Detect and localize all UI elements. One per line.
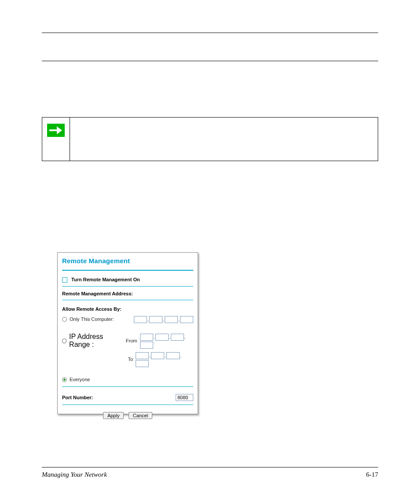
footer-section-title: Managing Your Network: [42, 471, 107, 478]
ip-octet-input[interactable]: [151, 352, 164, 359]
remote-management-panel: Remote Management Turn Remote Management…: [57, 252, 198, 414]
separator: [62, 270, 193, 271]
turn-on-row[interactable]: Turn Remote Management On: [62, 277, 193, 283]
ip-octet-input[interactable]: [171, 334, 184, 341]
port-label: Port Number:: [62, 395, 93, 400]
ip-octet-input[interactable]: [134, 316, 147, 323]
radio-everyone[interactable]: [62, 377, 67, 382]
cancel-button[interactable]: Cancel: [129, 412, 152, 419]
arrow-right-icon: [47, 124, 65, 137]
bottom-rule: [42, 467, 378, 467]
top-rule-1: [42, 33, 378, 33]
separator: [62, 300, 193, 300]
footer-page-number: 6-17: [366, 471, 379, 478]
address-label: Remote Management Address:: [62, 291, 133, 296]
top-rule-2: [42, 61, 378, 61]
option-only-this[interactable]: Only This Computer: ...: [62, 315, 193, 323]
ip-octet-input[interactable]: [140, 334, 153, 341]
ip-octet-input[interactable]: [165, 316, 178, 323]
turn-on-checkbox[interactable]: [62, 277, 67, 283]
allow-header: Allow Remote Access By:: [62, 306, 122, 312]
ip-octet-input[interactable]: [136, 360, 149, 367]
radio-only-this[interactable]: [62, 317, 67, 322]
note-body: [70, 118, 378, 161]
from-label: From: [124, 338, 140, 343]
turn-on-label: Turn Remote Management On: [71, 277, 140, 282]
radio-ip-range[interactable]: [62, 338, 66, 343]
note-callout: [42, 117, 378, 161]
ip-octet-input[interactable]: [180, 316, 193, 323]
ip-octet-input[interactable]: [155, 334, 169, 341]
apply-button[interactable]: Apply: [103, 412, 124, 419]
separator: [62, 286, 193, 287]
ip-octet-input[interactable]: [136, 352, 149, 359]
ip-range-label: IP Address Range :: [69, 333, 124, 349]
option-everyone[interactable]: Everyone: [62, 377, 193, 382]
panel-title: Remote Management: [62, 257, 193, 265]
separator: [62, 386, 193, 387]
to-label: To: [118, 357, 136, 362]
separator: [62, 405, 193, 405]
port-input[interactable]: 8080: [176, 394, 193, 401]
ip-octet-input[interactable]: [140, 342, 153, 349]
ip-octet-input[interactable]: [149, 316, 162, 323]
option-ip-range[interactable]: IP Address Range : From ...: [62, 333, 193, 349]
ip-octet-input[interactable]: [166, 352, 180, 359]
only-this-label: Only This Computer:: [70, 316, 114, 322]
everyone-label: Everyone: [70, 377, 90, 382]
